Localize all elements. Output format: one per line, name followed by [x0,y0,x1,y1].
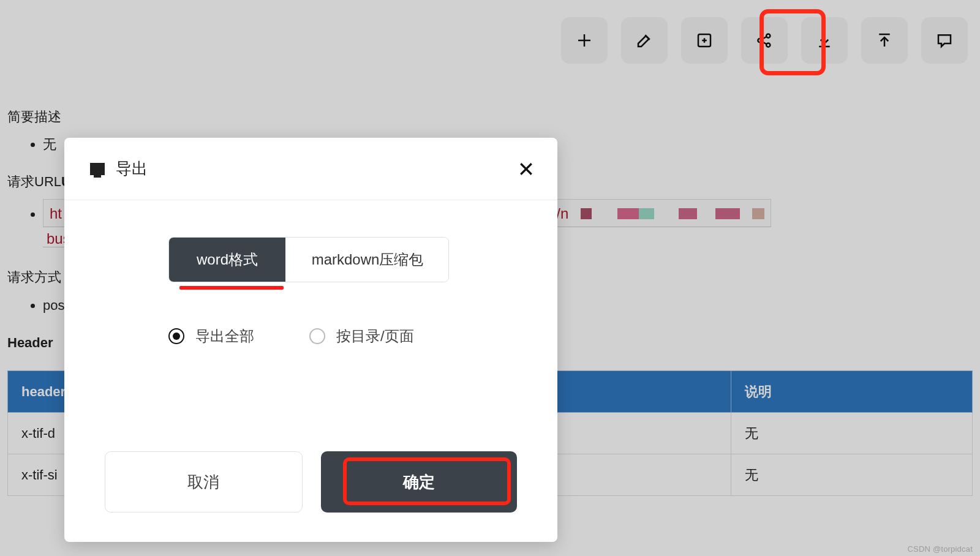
export-modal: 导出 word格式 markdown压缩包 导出全部 按目录/页面 [64,138,557,542]
modal-title: 导出 [116,158,148,179]
radio-export-all[interactable]: 导出全部 [168,326,254,346]
tab-word[interactable]: word格式 [169,238,285,282]
radio-export-by-dir-label: 按目录/页面 [336,326,414,346]
tab-markdown[interactable]: markdown压缩包 [285,238,449,282]
watermark: CSDN @torpidcat [907,544,973,554]
confirm-button-label: 确定 [403,471,435,493]
monitor-icon [90,163,105,175]
close-button[interactable] [517,160,535,181]
confirm-button[interactable]: 确定 [321,451,518,513]
radio-export-by-dir[interactable]: 按目录/页面 [309,326,414,346]
export-format-tabs: word格式 markdown压缩包 [168,237,449,282]
close-icon [517,160,535,178]
radio-dot-icon [168,328,184,344]
cancel-button[interactable]: 取消 [105,451,303,513]
tab-word-highlight-annotation [179,286,284,290]
radio-circle-icon [309,328,325,344]
radio-export-all-label: 导出全部 [195,326,254,346]
